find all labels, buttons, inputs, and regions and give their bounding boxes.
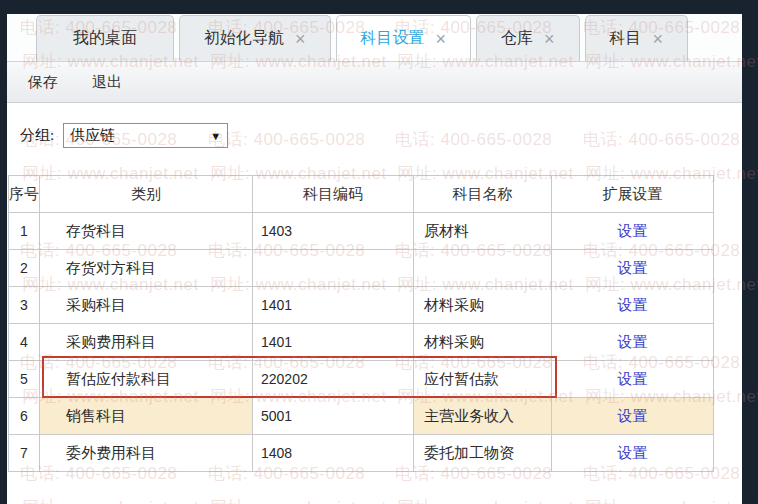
table-cell: 设置 <box>552 324 714 361</box>
table-cell: 7 <box>9 435 40 472</box>
table-cell: 存货科目 <box>40 213 253 250</box>
table-cell: 4 <box>9 324 40 361</box>
settings-link[interactable]: 设置 <box>618 408 648 424</box>
table-cell <box>253 250 414 287</box>
table-cell: 销售科目 <box>40 398 253 435</box>
table-cell: 委外费用科目 <box>40 435 253 472</box>
group-select[interactable]: 供应链 ▼ <box>63 123 228 148</box>
table-cell: 5 <box>9 361 40 398</box>
settings-link[interactable]: 设置 <box>618 297 648 313</box>
table-cell: 1403 <box>253 213 414 250</box>
tab-subject-settings[interactable]: 科目设置× <box>336 15 472 61</box>
tab-label: 我的桌面 <box>73 28 137 49</box>
window-frame-top <box>0 0 758 14</box>
column-header: 扩展设置 <box>552 176 714 213</box>
tab-label: 科目 <box>610 28 642 49</box>
table-row: 5暂估应付款科目220202应付暂估款设置 <box>9 361 714 398</box>
table-cell: 设置 <box>552 250 714 287</box>
table-cell: 设置 <box>552 398 714 435</box>
tab-my-desktop[interactable]: 我的桌面 <box>36 15 174 61</box>
tab-bar: 我的桌面初始化导航×科目设置×仓库×科目× <box>7 14 742 62</box>
table-cell: 采购费用科目 <box>40 324 253 361</box>
table-row: 1存货科目1403原材料设置 <box>9 213 714 250</box>
table-cell: 3 <box>9 287 40 324</box>
table-row: 4采购费用科目1401材料采购设置 <box>9 324 714 361</box>
save-button[interactable]: 保存 <box>28 73 58 92</box>
table-cell: 委托加工物资 <box>414 435 552 472</box>
table-body: 1存货科目1403原材料设置2存货对方科目设置3采购科目1401材料采购设置4采… <box>9 213 714 472</box>
column-header: 序号 <box>9 176 40 213</box>
exit-button[interactable]: 退出 <box>92 73 122 92</box>
table-cell: 原材料 <box>414 213 552 250</box>
toolbar: 保存退出 <box>7 62 742 103</box>
settings-link[interactable]: 设置 <box>618 223 648 239</box>
table-row: 7委外费用科目1408委托加工物资设置 <box>9 435 714 472</box>
table-cell: 材料采购 <box>414 324 552 361</box>
settings-link[interactable]: 设置 <box>618 334 648 350</box>
table-cell: 材料采购 <box>414 287 552 324</box>
table-row: 6销售科目5001主营业务收入设置 <box>9 398 714 435</box>
table-cell: 设置 <box>552 435 714 472</box>
table-cell: 主营业务收入 <box>414 398 552 435</box>
table-cell: 设置 <box>552 361 714 398</box>
tab-label: 仓库 <box>501 28 533 49</box>
table-cell: 1401 <box>253 287 414 324</box>
settings-link[interactable]: 设置 <box>618 445 648 461</box>
app-window: 我的桌面初始化导航×科目设置×仓库×科目× 保存退出 分组: 供应链 ▼ 序号类… <box>7 14 742 504</box>
tab-subject[interactable]: 科目× <box>585 15 689 61</box>
table-cell: 应付暂估款 <box>414 361 552 398</box>
table-cell <box>414 250 552 287</box>
table-cell: 2 <box>9 250 40 287</box>
group-filter: 分组: 供应链 ▼ <box>20 123 228 148</box>
column-header: 科目编码 <box>253 176 414 213</box>
table-header-row: 序号类别科目编码科目名称扩展设置 <box>9 176 714 213</box>
table-cell: 采购科目 <box>40 287 253 324</box>
close-icon[interactable]: × <box>295 30 306 48</box>
group-select-value: 供应链 <box>70 126 115 145</box>
close-icon[interactable]: × <box>544 30 555 48</box>
table-cell: 1401 <box>253 324 414 361</box>
settings-link[interactable]: 设置 <box>618 260 648 276</box>
table-row: 2存货对方科目设置 <box>9 250 714 287</box>
subject-table: 序号类别科目编码科目名称扩展设置 1存货科目1403原材料设置2存货对方科目设置… <box>8 175 714 472</box>
table-cell: 1 <box>9 213 40 250</box>
table-row: 3采购科目1401材料采购设置 <box>9 287 714 324</box>
chevron-down-icon: ▼ <box>210 130 221 142</box>
tab-init-navigation[interactable]: 初始化导航× <box>179 15 331 61</box>
close-icon[interactable]: × <box>436 30 447 48</box>
column-header: 科目名称 <box>414 176 552 213</box>
table-cell: 暂估应付款科目 <box>40 361 253 398</box>
table-cell: 220202 <box>253 361 414 398</box>
table-cell: 设置 <box>552 287 714 324</box>
table-cell: 5001 <box>253 398 414 435</box>
table-cell: 设置 <box>552 213 714 250</box>
tab-warehouse[interactable]: 仓库× <box>476 15 580 61</box>
table-cell: 6 <box>9 398 40 435</box>
window-frame-left <box>0 0 7 504</box>
close-icon[interactable]: × <box>653 30 664 48</box>
tab-label: 初始化导航 <box>204 28 284 49</box>
table-cell: 1408 <box>253 435 414 472</box>
window-frame-right <box>742 0 758 504</box>
column-header: 类别 <box>40 176 253 213</box>
settings-link[interactable]: 设置 <box>618 371 648 387</box>
tab-label: 科目设置 <box>361 28 425 49</box>
group-label: 分组: <box>20 126 54 145</box>
table-cell: 存货对方科目 <box>40 250 253 287</box>
